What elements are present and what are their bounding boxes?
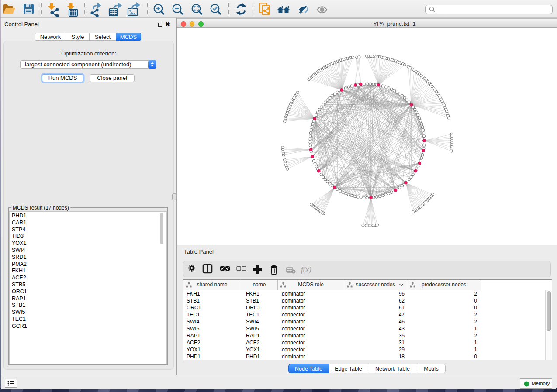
svg-text:f(x): f(x) <box>301 265 311 274</box>
